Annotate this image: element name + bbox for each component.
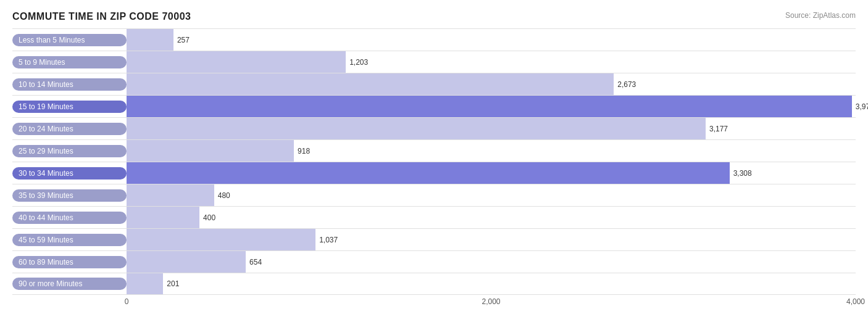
- bar-fill: [127, 73, 614, 95]
- bar-value: 400: [203, 213, 215, 222]
- bar-fill: [127, 29, 173, 51]
- bar-row: 40 to 44 Minutes400: [12, 206, 856, 228]
- bar-track: 3,177: [127, 118, 856, 139]
- bar-label: 10 to 14 Minutes: [12, 78, 127, 91]
- bar-row: Less than 5 Minutes257: [12, 28, 856, 51]
- x-axis-tick: 0: [125, 297, 129, 306]
- bar-row: 25 to 29 Minutes918: [12, 139, 856, 162]
- x-axis: 02,0004,000: [127, 297, 856, 310]
- bar-label: 60 to 89 Minutes: [12, 256, 127, 268]
- bar-row: 90 or more Minutes201: [12, 273, 856, 295]
- bar-label: 5 to 9 Minutes: [12, 56, 127, 68]
- x-axis-tick: 4,000: [846, 297, 865, 306]
- bar-track: 3,979: [127, 96, 856, 117]
- bar-fill: [127, 162, 730, 184]
- bar-track: 1,037: [127, 229, 856, 250]
- bar-label: 35 to 39 Minutes: [12, 189, 127, 202]
- bar-label: 90 or more Minutes: [12, 278, 127, 290]
- chart-source: Source: ZipAtlas.com: [785, 11, 856, 20]
- bar-value: 654: [249, 258, 262, 266]
- chart-header: COMMUTE TIME IN ZIP CODE 70003 Source: Z…: [12, 11, 856, 22]
- chart-container: COMMUTE TIME IN ZIP CODE 70003 Source: Z…: [0, 0, 868, 322]
- bar-fill: [127, 118, 706, 139]
- bar-row: 5 to 9 Minutes1,203: [12, 51, 856, 73]
- bar-value: 257: [177, 36, 190, 44]
- bar-value: 3,177: [709, 125, 728, 133]
- bar-track: 201: [127, 273, 856, 294]
- bar-value: 1,203: [349, 58, 368, 67]
- bar-value: 918: [298, 147, 310, 155]
- bar-label: 45 to 59 Minutes: [12, 234, 127, 246]
- bar-row: 20 to 24 Minutes3,177: [12, 117, 856, 139]
- bar-fill: [127, 207, 199, 228]
- bar-track: 1,203: [127, 51, 856, 73]
- bar-value: 201: [167, 279, 179, 288]
- bar-fill: [127, 184, 214, 206]
- chart-title: COMMUTE TIME IN ZIP CODE 70003: [12, 11, 191, 22]
- bar-value: 1,037: [319, 236, 338, 244]
- bar-label: 30 to 34 Minutes: [12, 167, 127, 180]
- bar-label: Less than 5 Minutes: [12, 34, 127, 46]
- bar-fill: [127, 251, 246, 273]
- bar-row: 60 to 89 Minutes654: [12, 250, 856, 273]
- bar-fill: [127, 140, 294, 162]
- bar-track: 480: [127, 184, 856, 206]
- bar-track: 918: [127, 140, 856, 162]
- bar-value: 3,979: [856, 102, 868, 111]
- bar-value: 2,673: [617, 80, 636, 89]
- bars-area: Less than 5 Minutes2575 to 9 Minutes1,20…: [12, 28, 856, 295]
- bar-row: 35 to 39 Minutes480: [12, 184, 856, 206]
- bar-row: 45 to 59 Minutes1,037: [12, 228, 856, 250]
- bar-track: 3,308: [127, 162, 856, 184]
- bar-track: 257: [127, 29, 856, 51]
- bar-row: 15 to 19 Minutes3,979: [12, 95, 856, 117]
- bar-value: 480: [218, 191, 230, 200]
- bar-track: 654: [127, 251, 856, 273]
- bar-fill: [127, 273, 163, 294]
- bar-track: 400: [127, 207, 856, 228]
- bar-fill: [127, 229, 315, 250]
- x-axis-tick: 2,000: [482, 297, 500, 306]
- bar-value: 3,308: [733, 169, 752, 178]
- bar-fill: [127, 51, 346, 73]
- bar-label: 20 to 24 Minutes: [12, 123, 127, 135]
- bar-row: 30 to 34 Minutes3,308: [12, 162, 856, 184]
- bar-fill: [127, 96, 852, 117]
- bar-track: 2,673: [127, 73, 856, 95]
- bar-label: 15 to 19 Minutes: [12, 101, 127, 113]
- bar-label: 25 to 29 Minutes: [12, 145, 127, 157]
- bar-row: 10 to 14 Minutes2,673: [12, 73, 856, 95]
- bar-label: 40 to 44 Minutes: [12, 212, 127, 224]
